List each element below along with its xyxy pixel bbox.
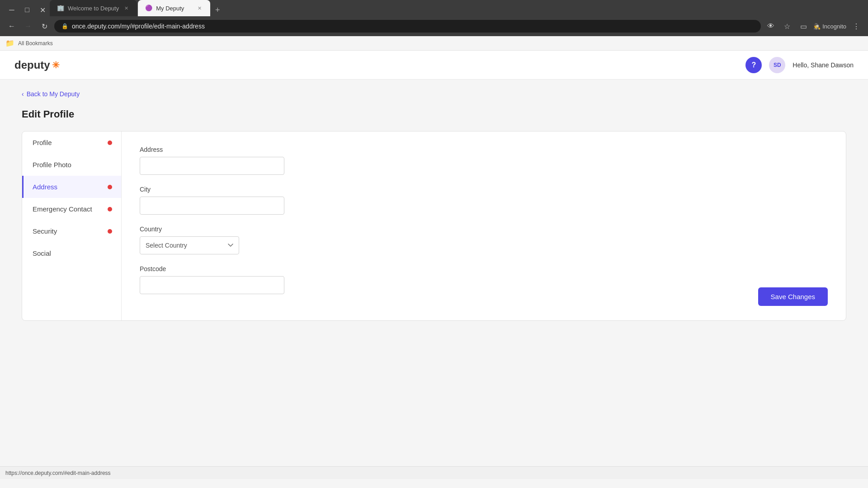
sidebar-label-social: Social (33, 249, 51, 257)
save-btn-container: Save Changes (758, 287, 828, 306)
red-dot-emergency-contact (108, 207, 112, 211)
incognito-icon: 🕵 (813, 23, 821, 30)
browser-window: ─ □ ✕ 🏢 Welcome to Deputy ✕ 🟣 My Deputy … (0, 0, 868, 479)
page-content: ‹ Back to My Deputy Edit Profile Profile… (0, 80, 868, 466)
sidebar-item-emergency-contact[interactable]: Emergency Contact (22, 198, 121, 220)
bookmarks-bar: 📁 All Bookmarks (0, 36, 868, 51)
eye-off-icon[interactable]: 👁 (764, 20, 777, 33)
sidebar-item-security[interactable]: Security (22, 220, 121, 242)
address-bar[interactable]: 🔒 once.deputy.com/my/#profile/edit-main-… (54, 20, 761, 33)
tab-title-welcome: Welcome to Deputy (68, 5, 119, 12)
app-wrapper: deputy✳ ? SD Hello, Shane Dawson ‹ Back … (0, 51, 868, 466)
sidebar-label-security: Security (33, 227, 57, 235)
sidebar-label-address: Address (33, 183, 57, 191)
address-bar-row: ← → ↻ 🔒 once.deputy.com/my/#profile/edit… (0, 16, 868, 36)
page-title: Edit Profile (22, 108, 846, 120)
close-window-button[interactable]: ✕ (36, 4, 49, 16)
logo: deputy✳ (14, 59, 60, 71)
minimize-button[interactable]: ─ (5, 4, 18, 16)
header-right: ? SD Hello, Shane Dawson (745, 57, 854, 73)
sidebar: Profile Profile Photo Address Emergency … (22, 131, 122, 320)
sidebar-item-profile-photo[interactable]: Profile Photo (22, 154, 121, 176)
tab-close-mydeputy[interactable]: ✕ (196, 5, 203, 12)
new-tab-button[interactable]: + (211, 4, 224, 16)
back-link[interactable]: ‹ Back to My Deputy (22, 90, 846, 98)
red-dot-security (108, 229, 112, 234)
refresh-button[interactable]: ↻ (38, 20, 51, 33)
tab-mydeputy[interactable]: 🟣 My Deputy ✕ (138, 0, 210, 16)
app-header: deputy✳ ? SD Hello, Shane Dawson (0, 51, 868, 80)
window-controls: ─ □ ✕ (5, 4, 49, 16)
back-link-text: Back to My Deputy (27, 90, 80, 98)
bookmarks-label: All Bookmarks (18, 40, 53, 47)
tab-close-welcome[interactable]: ✕ (123, 5, 130, 12)
country-group: Country Select Country Australia Canada … (140, 225, 828, 254)
postcode-input[interactable] (140, 276, 284, 294)
red-dot-profile (108, 141, 112, 145)
sidebar-label-emergency-contact: Emergency Contact (33, 205, 92, 213)
save-changes-button[interactable]: Save Changes (758, 287, 828, 306)
help-button[interactable]: ? (745, 57, 762, 73)
user-greeting: Hello, Shane Dawson (793, 61, 854, 69)
city-group: City (140, 186, 828, 215)
sidebar-item-address[interactable]: Address (22, 176, 121, 198)
address-label: Address (140, 146, 828, 153)
tab-favicon-mydeputy: 🟣 (145, 5, 152, 12)
sidebar-label-profile: Profile (33, 139, 52, 146)
tabs-bar: ─ □ ✕ 🏢 Welcome to Deputy ✕ 🟣 My Deputy … (0, 0, 868, 16)
bookmark-icon[interactable]: ☆ (781, 20, 793, 33)
status-bar: https://once.deputy.com/#edit-main-addre… (0, 466, 868, 479)
city-input[interactable] (140, 197, 284, 215)
sidebar-item-social[interactable]: Social (22, 242, 121, 264)
logo-star-icon: ✳ (52, 60, 60, 70)
address-group: Address (140, 146, 828, 175)
back-arrow-icon: ‹ (22, 90, 24, 98)
country-label: Country (140, 225, 828, 233)
postcode-label: Postcode (140, 265, 828, 272)
logo-text: deputy (14, 59, 50, 71)
form-area: Address City Country Select Country Aust… (122, 131, 846, 320)
sidebar-item-profile[interactable]: Profile (22, 131, 121, 154)
red-dot-address (108, 185, 112, 189)
menu-button[interactable]: ⋮ (850, 20, 863, 33)
country-select[interactable]: Select Country Australia Canada United K… (140, 236, 239, 254)
url-text: once.deputy.com/my/#profile/edit-main-ad… (72, 23, 754, 30)
bookmarks-folder-icon: 📁 (5, 39, 14, 47)
profile-icon[interactable]: ▭ (797, 20, 810, 33)
postcode-group: Postcode (140, 265, 828, 294)
tab-favicon-welcome: 🏢 (57, 5, 64, 12)
tab-title-mydeputy: My Deputy (156, 5, 192, 12)
back-button[interactable]: ← (5, 20, 18, 33)
sidebar-label-profile-photo: Profile Photo (33, 161, 71, 169)
forward-button[interactable]: → (22, 20, 34, 33)
incognito-label: Incognito (822, 23, 846, 30)
maximize-button[interactable]: □ (21, 4, 33, 16)
lock-icon: 🔒 (61, 23, 68, 29)
address-input[interactable] (140, 157, 284, 175)
profile-card: Profile Profile Photo Address Emergency … (22, 131, 846, 321)
status-url: https://once.deputy.com/#edit-main-addre… (5, 470, 111, 476)
tab-welcome[interactable]: 🏢 Welcome to Deputy ✕ (50, 0, 137, 16)
city-label: City (140, 186, 828, 193)
browser-actions: 👁 ☆ ▭ 🕵 Incognito ⋮ (764, 20, 863, 33)
incognito-badge: 🕵 Incognito (813, 23, 846, 30)
avatar: SD (769, 57, 785, 73)
